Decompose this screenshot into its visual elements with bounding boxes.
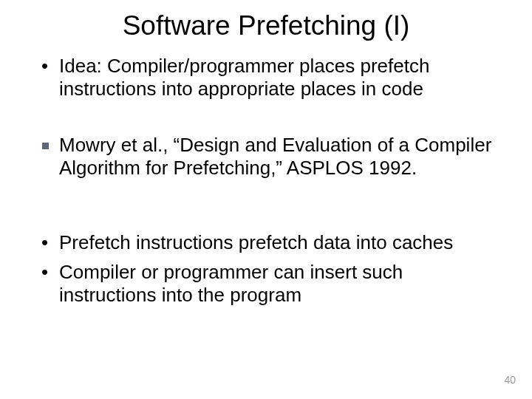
close-quote: ” [276,157,282,179]
bullet-idea: Idea: Compiler/programmer places prefetc… [37,55,495,100]
spacer [37,187,495,231]
page-number: 40 [504,374,516,386]
open-quote: “ [174,134,180,156]
ref-venue: ASPLOS 1992. [282,157,417,179]
bullet-prefetch-data: Prefetch instructions prefetch data into… [37,231,495,254]
bullet-compiler-insert: Compiler or programmer can insert such i… [37,261,495,306]
slide-body: Idea: Compiler/programmer places prefetc… [37,55,495,307]
ref-prefix: Mowry et al., [59,134,174,156]
spacer [37,107,495,134]
bullet-reference: Mowry et al., “Design and Evaluation of … [37,134,495,179]
slide: Software Prefetching (I) Idea: Compiler/… [0,0,532,399]
slide-title: Software Prefetching (I) [37,10,495,41]
